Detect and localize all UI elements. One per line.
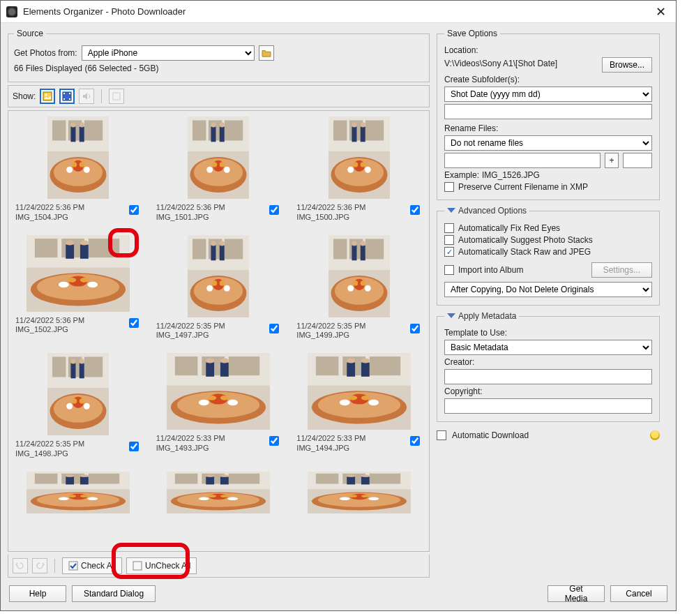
thumb-date: 11/24/2022 5:33 PM	[296, 434, 365, 444]
red-eye-checkbox[interactable]	[444, 223, 454, 233]
browse-button[interactable]: Browse...	[602, 57, 652, 73]
disclosure-icon[interactable]	[447, 313, 455, 320]
creator-input[interactable]	[444, 369, 652, 384]
svg-rect-182	[220, 476, 229, 484]
browse-folder-button[interactable]	[259, 45, 274, 61]
auto-download-checkbox[interactable]	[437, 430, 446, 440]
svg-rect-140	[370, 356, 400, 375]
thumbnail-image[interactable]	[308, 353, 411, 430]
svg-rect-116	[70, 363, 75, 379]
svg-rect-134	[220, 363, 229, 377]
rename-input[interactable]	[444, 153, 601, 168]
thumbnail-cell: 11/24/2022 5:36 PM IMG_1504.JPG	[15, 117, 141, 223]
thumb-checkbox[interactable]	[129, 205, 139, 215]
thumbnail-image[interactable]	[188, 235, 249, 317]
advanced-legend: Advanced Options	[444, 206, 529, 216]
thumb-checkbox[interactable]	[129, 442, 139, 451]
right-column: Save Options Location: V:\Videos\Sony A1…	[437, 29, 660, 578]
thumb-checkbox[interactable]	[269, 324, 279, 333]
cancel-button[interactable]: Cancel	[610, 585, 667, 602]
thumb-filename: IMG_1498.JPG	[15, 449, 84, 459]
help-button[interactable]: Help	[9, 585, 66, 602]
standard-dialog-button[interactable]: Standard Dialog	[72, 585, 156, 602]
svg-point-144	[368, 400, 379, 405]
thumb-checkbox[interactable]	[410, 436, 420, 446]
thumb-checkbox[interactable]	[410, 205, 420, 215]
thumb-date: 11/24/2022 5:36 PM	[296, 203, 365, 213]
svg-rect-68	[66, 244, 74, 258]
svg-point-183	[220, 474, 229, 477]
thumbnail-image[interactable]	[47, 117, 109, 199]
rename-suffix-input[interactable]	[623, 153, 652, 168]
svg-point-18	[72, 162, 77, 167]
svg-rect-74	[193, 239, 206, 259]
thumbnail-image[interactable]	[308, 472, 411, 513]
svg-point-48	[365, 167, 371, 173]
stack-raw-jpeg-checkbox[interactable]	[444, 247, 454, 257]
thumb-filename: IMG_1493.JPG	[156, 444, 225, 453]
import-album-checkbox[interactable]	[444, 265, 454, 275]
svg-rect-150	[361, 363, 370, 377]
titlebar: Elements Organizer - Photo Downloader ✕	[1, 1, 676, 23]
thumb-filename: IMG_1494.JPG	[296, 444, 365, 453]
thumbnail-image[interactable]	[329, 235, 390, 317]
uncheck-all-button[interactable]: UnCheck All	[126, 557, 197, 574]
show-video-icon[interactable]	[59, 89, 75, 104]
subfolder-input[interactable]	[444, 104, 652, 119]
thumbnail-image[interactable]	[329, 117, 390, 199]
rename-label: Rename Files:	[444, 123, 652, 133]
show-toolbar: Show:	[8, 85, 430, 107]
svg-point-82	[213, 280, 218, 285]
rotate-right-icon	[32, 558, 47, 573]
device-select[interactable]: Apple iPhone	[82, 45, 255, 61]
subfolder-select[interactable]: Shot Date (yyyy mm dd)	[444, 87, 652, 102]
after-copy-select[interactable]: After Copying, Do Not Delete Originals	[444, 282, 652, 297]
thumbnail-cell	[296, 472, 422, 513]
svg-point-119	[80, 359, 84, 363]
thumbnail-image[interactable]	[188, 117, 249, 199]
preserve-xmp-checkbox[interactable]	[444, 182, 454, 192]
close-icon[interactable]: ✕	[651, 3, 670, 21]
svg-point-39	[220, 122, 225, 127]
thumbnail-image[interactable]	[27, 235, 130, 312]
thumbnail-image[interactable]	[167, 353, 270, 430]
show-images-icon[interactable]	[40, 89, 55, 104]
disclosure-icon[interactable]	[447, 208, 455, 215]
svg-rect-44	[365, 120, 384, 140]
thumbnail-pane: 11/24/2022 5:36 PM IMG_1504.JPG 11/24/20…	[8, 110, 430, 552]
svg-rect-122	[175, 356, 198, 375]
svg-point-15	[66, 167, 73, 173]
bottom-bar: Check All UnCheck All	[8, 555, 430, 578]
svg-rect-92	[365, 239, 384, 259]
thumbnail-image[interactable]	[47, 353, 109, 435]
source-legend: Source	[14, 29, 46, 38]
thumb-checkbox[interactable]	[269, 436, 279, 446]
metadata-legend: Apply Metadata	[444, 311, 519, 321]
thumbnail-scroll[interactable]: 11/24/2022 5:36 PM IMG_1504.JPG 11/24/20…	[8, 111, 429, 551]
check-all-button[interactable]: Check All	[62, 557, 122, 574]
svg-point-67	[80, 277, 89, 282]
thumbnail-cell: 11/24/2022 5:36 PM IMG_1501.JPG	[156, 117, 282, 223]
suggest-stacks-checkbox[interactable]	[444, 235, 454, 245]
svg-point-85	[211, 241, 216, 246]
svg-rect-186	[316, 473, 339, 483]
thumb-checkbox[interactable]	[269, 205, 279, 215]
svg-rect-36	[211, 127, 216, 142]
rename-select[interactable]: Do not rename files	[444, 135, 652, 151]
copyright-input[interactable]	[444, 398, 652, 414]
thumbnail-image[interactable]	[27, 472, 130, 513]
template-select[interactable]: Basic Metadata	[444, 340, 652, 355]
thumbnail-cell: 11/24/2022 5:33 PM IMG_1494.JPG	[296, 353, 422, 459]
svg-rect-170	[175, 473, 198, 483]
get-media-button[interactable]: Get Media	[548, 585, 605, 602]
svg-point-162	[68, 495, 76, 497]
thumbnail-image[interactable]	[167, 472, 270, 513]
copyright-label: Copyright:	[444, 386, 652, 396]
thumb-checkbox[interactable]	[129, 318, 139, 328]
svg-point-117	[70, 359, 75, 363]
rotate-left-icon	[13, 558, 28, 573]
svg-point-99	[361, 280, 365, 285]
svg-point-147	[361, 396, 370, 400]
thumb-checkbox[interactable]	[410, 324, 420, 333]
app-icon	[6, 6, 17, 17]
